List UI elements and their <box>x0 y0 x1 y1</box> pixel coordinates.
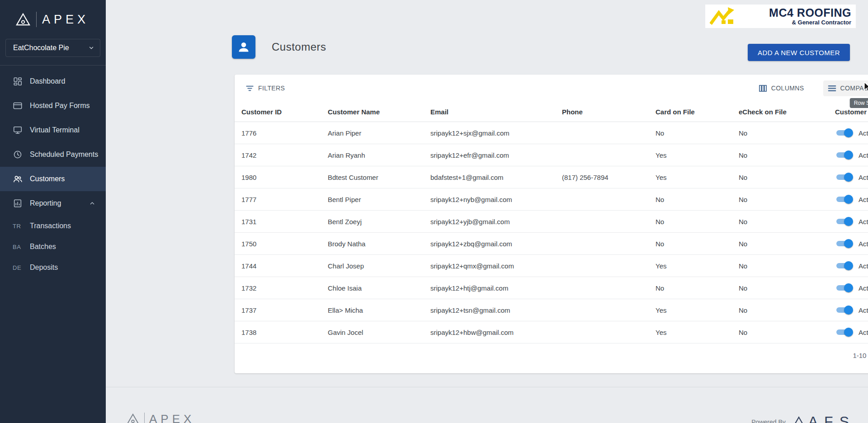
table-row: 1742 Arian Ryanh sripayk12+efr@gmail.com… <box>235 144 868 166</box>
sidebar-nav: Dashboard Hosted Pay Forms Virtual Termi… <box>0 69 106 278</box>
echeck-on-file-cell: No <box>739 211 835 233</box>
sidebar-item-deposits[interactable]: DE Deposits <box>0 257 106 278</box>
mc4-roofing-icon <box>710 6 739 26</box>
echeck-on-file-cell: No <box>739 299 835 321</box>
phone-cell <box>562 321 656 343</box>
customer-id-cell: 1738 <box>235 321 328 343</box>
table-row: 1737 Ella> Micha sripayk12+tsn@gmail.com… <box>235 299 868 321</box>
sidebar-item-transactions[interactable]: TR Transactions <box>0 216 106 236</box>
customer-name-cell: Bdtest Customer <box>328 166 430 188</box>
apex-logo: APEX <box>0 0 106 27</box>
afs-logo-text: AFS <box>808 414 855 423</box>
sidebar-item-customers[interactable]: Customers <box>0 167 106 191</box>
sidebar-item-virtual-terminal[interactable]: Virtual Terminal <box>0 118 106 142</box>
customer-id-cell: 1732 <box>235 277 328 299</box>
status-toggle[interactable] <box>835 195 853 204</box>
card-on-file-cell: Yes <box>656 144 739 166</box>
sidebar-item-label: Customers <box>30 175 65 183</box>
customer-status-cell: Active <box>835 122 868 144</box>
customer-status-cell: Active <box>835 321 868 343</box>
afs-logo: AFS <box>792 414 855 423</box>
email-cell: sripayk12+zbq@gmail.com <box>430 233 562 255</box>
table-row: 1744 Charl Josep sripayk12+qmx@gmail.com… <box>235 255 868 277</box>
merchant-selector[interactable]: EatChocolate Pie <box>5 39 100 57</box>
card-on-file-cell: No <box>656 233 739 255</box>
customer-status-cell: Active <box>835 277 868 299</box>
status-toggle[interactable] <box>835 328 853 337</box>
sidebar: APEX EatChocolate Pie Dashboard Hoste <box>0 0 106 423</box>
status-toggle[interactable] <box>835 217 853 226</box>
powered-by-label: Powered By <box>751 418 785 423</box>
customer-id-cell: 1744 <box>235 255 328 277</box>
status-label: Active <box>859 174 868 181</box>
customers-card: FILTERS COLUMNS COMPACT <box>235 75 868 373</box>
phone-cell <box>562 299 656 321</box>
column-header-customer-name[interactable]: Customer Name <box>328 102 430 122</box>
echeck-on-file-cell: No <box>739 144 835 166</box>
phone-cell <box>562 255 656 277</box>
add-new-customer-button[interactable]: ADD A NEW CUSTOMER <box>748 44 850 61</box>
customer-status-cell: Active <box>835 144 868 166</box>
column-header-email[interactable]: Email <box>430 102 562 122</box>
table-row: 1980 Bdtest Customer bdafstest+1@gmail.c… <box>235 166 868 188</box>
echeck-on-file-cell: No <box>739 188 835 211</box>
filters-button[interactable]: FILTERS <box>241 80 289 96</box>
dashboard-icon <box>13 76 23 86</box>
echeck-on-file-cell: No <box>739 255 835 277</box>
compact-button[interactable]: COMPACT <box>823 80 868 96</box>
chevron-down-icon <box>88 45 94 51</box>
table-row: 1750 Brody Natha sripayk12+zbq@gmail.com… <box>235 233 868 255</box>
table-toolbar: FILTERS COLUMNS COMPACT <box>235 75 868 102</box>
table-row: 1738 Gavin Jocel sripayk12+hbw@gmail.com… <box>235 321 868 343</box>
customers-people-icon <box>13 174 23 184</box>
mouse-cursor <box>862 81 868 92</box>
status-toggle[interactable] <box>835 239 853 248</box>
app-root: APEX EatChocolate Pie Dashboard Hoste <box>0 0 868 423</box>
echeck-on-file-cell: No <box>739 122 835 144</box>
customer-id-cell: 1731 <box>235 211 328 233</box>
status-label: Active <box>859 284 868 292</box>
email-cell: sripayk12+hbw@gmail.com <box>430 321 562 343</box>
payment-card-icon <box>13 101 23 111</box>
column-header-card-on-file[interactable]: Card on File <box>656 102 739 122</box>
sidebar-item-hosted-pay-forms[interactable]: Hosted Pay Forms <box>0 94 106 118</box>
status-label: Active <box>859 196 868 203</box>
status-toggle[interactable] <box>835 261 853 270</box>
status-toggle[interactable] <box>835 283 853 292</box>
columns-button[interactable]: COLUMNS <box>754 80 809 96</box>
email-cell: bdafstest+1@gmail.com <box>430 166 562 188</box>
sidebar-item-batches[interactable]: BA Batches <box>0 236 106 257</box>
email-cell: sripayk12+htj@gmail.com <box>430 277 562 299</box>
email-cell: sripayk12+efr@gmail.com <box>430 144 562 166</box>
column-header-customer-id[interactable]: Customer ID <box>235 102 328 122</box>
customer-name-cell: Bentl Zoeyj <box>328 211 430 233</box>
status-toggle[interactable] <box>835 150 853 160</box>
customer-name-cell: Arian Piper <box>328 122 430 144</box>
phone-cell <box>562 188 656 211</box>
transactions-abbr: TR <box>13 223 23 230</box>
customers-table-body: 1776 Arian Piper sripayk12+sjx@gmail.com… <box>235 122 868 343</box>
column-header-echeck-on-file[interactable]: eCheck on File <box>739 102 835 122</box>
card-on-file-cell: No <box>656 122 739 144</box>
phone-cell <box>562 233 656 255</box>
phone-cell: (817) 256-7894 <box>562 166 656 188</box>
card-on-file-cell: No <box>656 211 739 233</box>
columns-icon <box>759 84 767 93</box>
sidebar-item-reporting[interactable]: Reporting <box>0 191 106 216</box>
filter-icon <box>245 84 254 93</box>
sidebar-item-label: Scheduled Payments <box>30 150 98 159</box>
pagination-range: 1-10 of 24 <box>853 352 868 359</box>
status-label: Active <box>859 218 868 226</box>
column-header-phone[interactable]: Phone <box>562 102 656 122</box>
status-label: Active <box>859 151 868 159</box>
phone-cell <box>562 144 656 166</box>
email-cell: sripayk12+nyb@gmail.com <box>430 188 562 211</box>
status-toggle[interactable] <box>835 128 853 137</box>
status-toggle[interactable] <box>835 173 853 182</box>
sidebar-item-scheduled-payments[interactable]: Scheduled Payments <box>0 142 106 167</box>
status-label: Active <box>859 240 868 248</box>
status-toggle[interactable] <box>835 306 853 315</box>
columns-label: COLUMNS <box>771 85 804 92</box>
customer-name-cell: Chloe Isaia <box>328 277 430 299</box>
sidebar-item-dashboard[interactable]: Dashboard <box>0 69 106 94</box>
